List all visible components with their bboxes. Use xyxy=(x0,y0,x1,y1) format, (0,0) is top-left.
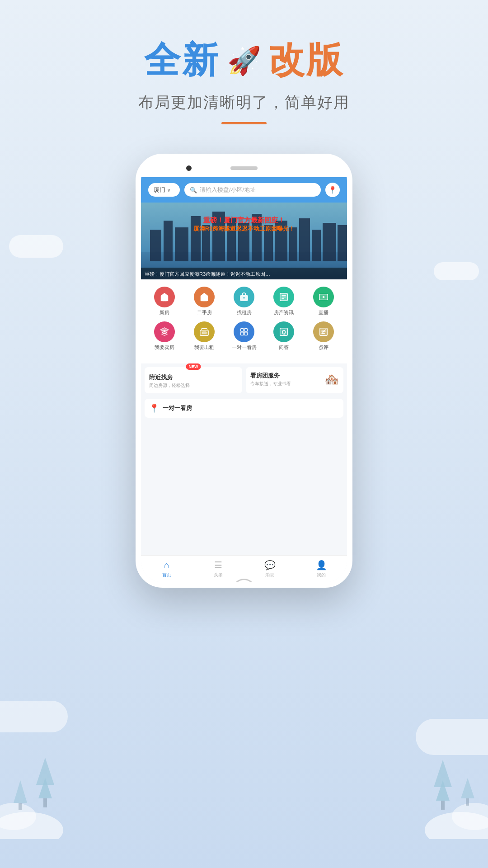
landscape-left xyxy=(0,703,90,841)
cat-label-review: 点评 xyxy=(319,344,328,351)
rocket-icon: 🚀 xyxy=(227,45,261,77)
svg-rect-47 xyxy=(244,329,247,331)
cat-icon-live xyxy=(313,287,334,307)
phone-mockup: 厦门 ∨ 🔍 请输入楼盘/小区/地址 📍 xyxy=(136,154,352,588)
cat-icon-second-hand xyxy=(194,287,215,307)
viewing-team-subtitle: 专车接送，专业带看 xyxy=(250,381,291,387)
category-row-2: 我要卖房 我要出租 xyxy=(145,321,343,351)
cat-label-live: 直播 xyxy=(319,309,328,316)
header-section: 全新 🚀 改版 布局更加清晰明了，简单好用 xyxy=(0,36,488,124)
news-icon: ☰ xyxy=(214,560,222,571)
nearby-title: 附近找房 xyxy=(149,373,190,382)
banner-subtext: 厦漳R3跨海隧道迟迟不动工原因曝光！ xyxy=(141,225,347,233)
svg-rect-46 xyxy=(241,329,244,331)
viewing-team-title: 看房团服务 xyxy=(250,372,291,380)
header-underline xyxy=(221,122,267,124)
cat-review[interactable]: 点评 xyxy=(310,321,337,351)
svg-rect-13 xyxy=(466,798,469,806)
cat-new-house[interactable]: 新房 xyxy=(151,287,178,316)
banner-headline: 重磅！厦门官方最新回应！ xyxy=(141,216,347,225)
location-icon: 📍 xyxy=(328,186,337,194)
nav-news-label: 头条 xyxy=(214,572,223,578)
cat-icon-one-on-one xyxy=(234,321,254,342)
categories-section: 新房 二手房 xyxy=(141,279,347,363)
cat-label-new-house: 新房 xyxy=(160,309,169,316)
banner-text-area: 重磅！厦门官方最新回应！ 厦漳R3跨海隧道迟迟不动工原因曝光！ xyxy=(141,216,347,233)
cat-label-one-on-one: 一对一看房 xyxy=(232,344,257,351)
viewing-team-card[interactable]: 看房团服务 专车接送，专业带看 🏘️ xyxy=(246,367,343,393)
location-pin-icon: 📍 xyxy=(149,403,159,413)
nearby-service-card[interactable]: NEW 附近找房 周边房源，轻松选择 xyxy=(145,367,242,393)
phone-speaker xyxy=(230,166,258,170)
cat-rental[interactable]: 找租房 xyxy=(230,287,258,316)
location-button[interactable]: 📍 xyxy=(325,183,340,197)
svg-rect-6 xyxy=(19,803,22,810)
phone-notch xyxy=(141,159,347,177)
svg-marker-12 xyxy=(461,778,474,798)
app-header: 厦门 ∨ 🔍 请输入楼盘/小区/地址 📍 xyxy=(141,177,347,203)
banner-bottom-bar: 重磅！厦门官方回应厦漳R3跨海隧道！迟迟不动工原因… xyxy=(141,268,347,279)
landscape-right xyxy=(398,703,488,841)
chevron-down-icon: ∨ xyxy=(167,188,170,193)
title-part1: 全新 xyxy=(144,36,220,85)
nearby-subtitle: 周边房源，轻松选择 xyxy=(149,382,190,389)
nav-profile[interactable]: 👤 我的 xyxy=(296,556,347,582)
svg-marker-5 xyxy=(14,780,27,803)
one-on-one-card[interactable]: 📍 一对一看房 xyxy=(145,399,343,418)
search-icon: 🔍 xyxy=(190,187,197,193)
app-banner[interactable]: 重磅！厦门官方最新回应！ 厦漳R3跨海隧道迟迟不动工原因曝光！ 重磅！厦门官方回… xyxy=(141,203,347,279)
cat-qa[interactable]: Q 问答 xyxy=(270,321,297,351)
cat-one-on-one[interactable]: 一对一看房 xyxy=(230,321,258,351)
cat-label-news: 房产资讯 xyxy=(274,309,294,316)
cat-label-qa: 问答 xyxy=(279,344,289,351)
svg-rect-34 xyxy=(203,298,206,301)
city-selector[interactable]: 厦门 ∨ xyxy=(148,183,180,197)
city-name: 厦门 xyxy=(154,186,165,194)
cat-news[interactable]: 房产资讯 xyxy=(270,287,297,316)
category-row-1: 新房 二手房 xyxy=(145,287,343,316)
svg-rect-11 xyxy=(441,801,445,810)
one-on-one-section: 📍 一对一看房 xyxy=(141,399,347,418)
cat-icon-sell xyxy=(154,321,175,342)
nav-news[interactable]: ☰ 头条 xyxy=(192,556,244,582)
cat-rent-out[interactable]: 我要出租 xyxy=(191,321,218,351)
home-icon: ⌂ xyxy=(164,560,169,571)
search-bar[interactable]: 🔍 请输入楼盘/小区/地址 xyxy=(184,183,321,197)
new-badge: NEW xyxy=(186,363,201,370)
nav-messages-label: 消息 xyxy=(265,572,274,578)
cat-icon-qa: Q xyxy=(273,321,294,342)
nav-messages[interactable]: 💬 消息 xyxy=(244,556,296,582)
svg-rect-49 xyxy=(244,332,247,335)
bg-cloud-left xyxy=(9,235,63,258)
header-subtitle: 布局更加清晰明了，简单好用 xyxy=(0,92,488,113)
header-title: 全新 🚀 改版 xyxy=(0,36,488,85)
building-icon: 🏘️ xyxy=(324,373,339,387)
cat-second-hand[interactable]: 二手房 xyxy=(191,287,218,316)
bg-cloud-right xyxy=(434,262,479,280)
svg-rect-48 xyxy=(241,332,244,335)
nav-profile-label: 我的 xyxy=(317,572,326,578)
banner-bottom-text: 重磅！厦门官方回应厦漳R3跨海隧道！迟迟不动工原因… xyxy=(145,271,270,277)
cat-icon-news xyxy=(273,287,294,307)
svg-rect-4 xyxy=(43,798,47,807)
services-row: NEW 附近找房 周边房源，轻松选择 看房团服务 专车接送，专业带看 🏘️ xyxy=(141,363,347,397)
title-part2: 改版 xyxy=(268,36,344,85)
nav-home[interactable]: ⌂ 首页 xyxy=(141,556,192,582)
svg-point-36 xyxy=(243,297,245,299)
cat-label-second-hand: 二手房 xyxy=(197,309,212,316)
svg-rect-33 xyxy=(163,295,166,297)
cat-live[interactable]: 直播 xyxy=(310,287,337,316)
profile-icon: 👤 xyxy=(316,560,327,571)
cat-label-rental: 找租房 xyxy=(237,309,252,316)
cat-icon-new-house xyxy=(154,287,175,307)
app-content: 厦门 ∨ 🔍 请输入楼盘/小区/地址 📍 xyxy=(141,177,347,582)
one-on-one-title: 一对一看房 xyxy=(163,404,192,412)
messages-icon: 💬 xyxy=(264,560,276,571)
cat-icon-rental xyxy=(234,287,254,307)
svg-rect-45 xyxy=(202,332,206,334)
nav-home-label: 首页 xyxy=(162,572,171,578)
cat-icon-review xyxy=(313,321,334,342)
cat-label-sell: 我要卖房 xyxy=(155,344,174,351)
cat-sell[interactable]: 我要卖房 xyxy=(151,321,178,351)
bottom-nav: ⌂ 首页 ☰ 头条 💬 消息 👤 我的 xyxy=(141,555,347,582)
